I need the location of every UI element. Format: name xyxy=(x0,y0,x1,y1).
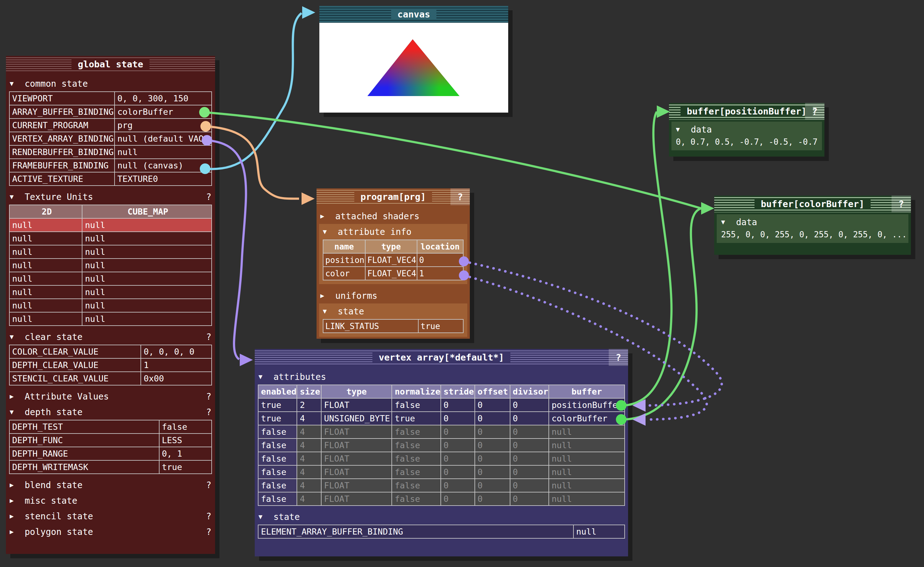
active-texture-unit-row: nullnull xyxy=(9,218,212,232)
table-row: DEPTH_CLEAR_VALUE1 xyxy=(9,358,212,372)
attribute-row-5: false4FLOATfalse000null xyxy=(258,465,625,479)
section-data[interactable]: ▼ data xyxy=(674,122,819,136)
vertex-array-titlebar[interactable]: vertex array[*default*] ? xyxy=(255,349,628,366)
table-row: nullnull xyxy=(9,285,212,299)
expander-open-icon[interactable]: ▼ xyxy=(323,308,331,315)
section-attribute-info[interactable]: ▼ attribute info xyxy=(319,224,467,240)
section-texture-units[interactable]: ▼ Texture Units ? xyxy=(6,189,215,205)
help-icon[interactable]: ? xyxy=(206,332,211,342)
help-icon[interactable]: ? xyxy=(805,103,825,120)
expander-closed-icon[interactable]: ▶ xyxy=(10,512,18,520)
attribute-row-2: false4FLOATfalse000null xyxy=(258,425,625,438)
table-row: RENDERBUFFER_BINDINGnull xyxy=(9,146,212,159)
canvas-rendering xyxy=(319,23,508,112)
expander-open-icon[interactable]: ▼ xyxy=(10,408,18,416)
expander-closed-icon[interactable]: ▶ xyxy=(10,528,18,536)
section-label: data xyxy=(736,217,757,227)
table-row: nullnull xyxy=(9,258,212,272)
attribute-row-7: false4FLOATfalse000null xyxy=(258,492,625,506)
expander-open-icon[interactable]: ▼ xyxy=(10,193,18,201)
section-label: depth state xyxy=(25,407,83,417)
position-buffer-titlebar[interactable]: buffer[positionBuffer] ? xyxy=(669,103,825,120)
section-common-state[interactable]: ▼ common state xyxy=(6,76,215,92)
window-title: canvas xyxy=(391,9,436,20)
buffer-data-block: ▼ data 255, 0, 0, 255, 0, 255, 0, 255, 0… xyxy=(717,214,908,243)
section-polygon-state[interactable]: ▶ polygon state ? xyxy=(6,524,215,540)
common-state-table: VIEWPORT0, 0, 300, 150 ARRAY_BUFFER_BIND… xyxy=(9,92,212,186)
table-row: FRAMEBUFFER_BINDINGnull (canvas) xyxy=(9,159,212,172)
expander-closed-icon[interactable]: ▶ xyxy=(10,497,18,504)
help-icon[interactable]: ? xyxy=(206,407,211,417)
expander-open-icon[interactable]: ▼ xyxy=(259,373,267,381)
attribute-info-table: nametypelocation positionFLOAT_VEC40 col… xyxy=(323,240,464,280)
attribute-row-position: positionFLOAT_VEC40 xyxy=(323,253,463,267)
section-blend-state[interactable]: ▶ blend state ? xyxy=(6,477,215,493)
window-title: global state xyxy=(71,58,149,70)
section-label: polygon state xyxy=(25,527,93,537)
expander-open-icon[interactable]: ▼ xyxy=(10,333,18,340)
wire-program-binding xyxy=(206,126,299,199)
help-icon[interactable]: ? xyxy=(206,511,211,522)
section-label: Texture Units xyxy=(25,192,93,202)
expander-closed-icon[interactable]: ▶ xyxy=(320,212,329,220)
program-titlebar[interactable]: program[prg] ? xyxy=(316,188,470,205)
clear-state-table: COLOR_CLEAR_VALUE0, 0, 0, 0 DEPTH_CLEAR_… xyxy=(9,345,212,386)
expander-closed-icon[interactable]: ▶ xyxy=(320,292,329,299)
global-state-window: global state ▼ common state VIEWPORT0, 0… xyxy=(6,56,215,554)
global-state-titlebar[interactable]: global state xyxy=(6,56,215,73)
window-title: buffer[positionBuffer] xyxy=(680,106,813,117)
buffer-data-values: 0, 0.7, 0.5, -0.7, -0.5, -0.7 xyxy=(674,136,819,147)
expander-closed-icon[interactable]: ▶ xyxy=(10,481,18,489)
section-attributes[interactable]: ▼ attributes xyxy=(255,369,628,384)
attribute-info-block: ▼ attribute info nametypelocation positi… xyxy=(319,224,467,284)
position-buffer-window: buffer[positionBuffer] ? ▼ data 0, 0.7, … xyxy=(669,103,825,157)
expander-closed-icon[interactable]: ▶ xyxy=(10,393,18,400)
section-uniforms[interactable]: ▶ uniforms xyxy=(316,288,470,303)
help-icon[interactable]: ? xyxy=(206,480,211,490)
section-program-state[interactable]: ▼ state xyxy=(319,303,467,319)
arrow-into-vertex-array-icon xyxy=(240,354,253,366)
wire-va-to-position-buffer xyxy=(621,112,671,405)
table-row: CURRENT_PROGRAMprg xyxy=(9,118,212,132)
help-icon[interactable]: ? xyxy=(206,527,211,537)
section-misc-state[interactable]: ▶ misc state xyxy=(6,493,215,508)
expander-open-icon[interactable]: ▼ xyxy=(259,513,267,520)
table-row: VIEWPORT0, 0, 300, 150 xyxy=(9,92,212,105)
expander-open-icon[interactable]: ▼ xyxy=(676,126,685,133)
triangle-rendering xyxy=(319,23,508,112)
program-state-table: LINK_STATUStrue xyxy=(323,319,464,333)
section-depth-state[interactable]: ▼ depth state ? xyxy=(6,404,215,420)
expander-open-icon[interactable]: ▼ xyxy=(323,228,331,236)
help-icon[interactable]: ? xyxy=(450,188,470,205)
webgl-state-diagram: global state ▼ common state VIEWPORT0, 0… xyxy=(0,0,924,567)
section-label: state xyxy=(338,306,364,316)
arrow-into-position-buffer-icon xyxy=(657,105,670,118)
section-label: clear state xyxy=(25,332,83,342)
buffer-data-values: 255, 0, 0, 255, 0, 255, 0, 255, 0, ... xyxy=(720,229,905,240)
section-label: attribute info xyxy=(338,227,411,237)
canvas-window: canvas xyxy=(319,6,508,112)
section-attribute-values[interactable]: ▶ Attribute Values ? xyxy=(6,388,215,404)
help-icon[interactable]: ? xyxy=(206,392,211,402)
program-state-block: ▼ state LINK_STATUStrue xyxy=(319,303,467,337)
vertex-attributes-table: enabledsizetypenormalizestrideoffsetdivi… xyxy=(258,384,625,506)
section-label: uniforms xyxy=(335,291,378,301)
table-row: DEPTH_WRITEMASKtrue xyxy=(9,460,212,474)
section-stencil-state[interactable]: ▶ stencil state ? xyxy=(6,508,215,524)
expander-open-icon[interactable]: ▼ xyxy=(10,80,18,87)
section-clear-state[interactable]: ▼ clear state ? xyxy=(6,329,215,345)
section-data[interactable]: ▼ data xyxy=(720,215,905,229)
section-label: data xyxy=(691,124,712,135)
section-attached-shaders[interactable]: ▶ attached shaders xyxy=(316,208,470,224)
attribute-row-color: colorFLOAT_VEC41 xyxy=(323,267,463,280)
color-buffer-titlebar[interactable]: buffer[colorBuffer] ? xyxy=(714,195,911,212)
canvas-titlebar[interactable]: canvas xyxy=(319,6,508,23)
help-icon[interactable]: ? xyxy=(206,192,211,202)
help-icon[interactable]: ? xyxy=(609,349,628,366)
help-icon[interactable]: ? xyxy=(891,195,911,212)
expander-open-icon[interactable]: ▼ xyxy=(721,218,730,226)
section-va-state[interactable]: ▼ state xyxy=(255,509,628,525)
attribute-row-4: false4FLOATfalse000null xyxy=(258,452,625,465)
table-row: ELEMENT_ARRAY_BUFFER_BINDINGnull xyxy=(258,525,625,538)
arrow-into-color-buffer-icon xyxy=(701,202,714,214)
